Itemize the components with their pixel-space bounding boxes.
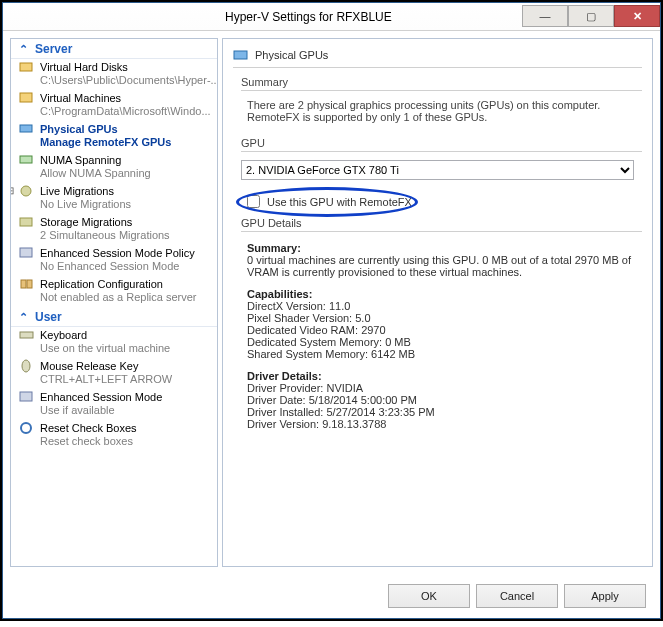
nav-virtual-machines[interactable]: Virtual Machines C:\ProgramData\Microsof… xyxy=(11,90,217,121)
svg-rect-5 xyxy=(20,218,32,226)
group-user[interactable]: ⌃ User xyxy=(11,307,217,327)
nav-mouse-release-key[interactable]: Mouse Release Key CTRL+ALT+LEFT ARROW xyxy=(11,358,217,389)
group-server[interactable]: ⌃ Server xyxy=(11,39,217,59)
nav-enhanced-session-policy[interactable]: Enhanced Session Mode Policy No Enhanced… xyxy=(11,245,217,276)
gpu-panel-icon xyxy=(233,47,249,63)
use-gpu-remotefx-checkbox[interactable] xyxy=(247,195,260,208)
details-panel: Physical GPUs Summary There are 2 physic… xyxy=(222,38,653,567)
svg-rect-3 xyxy=(20,156,32,163)
session-mode-icon xyxy=(19,390,35,404)
svg-rect-9 xyxy=(20,332,33,338)
summary-header: Summary xyxy=(241,76,642,88)
ok-button[interactable]: OK xyxy=(388,584,470,608)
maximize-button[interactable]: ▢ xyxy=(568,5,614,27)
svg-rect-6 xyxy=(20,248,32,257)
mouse-icon xyxy=(19,359,35,373)
svg-point-4 xyxy=(21,186,31,196)
svg-rect-7 xyxy=(21,280,26,288)
nav-reset-check-boxes[interactable]: Reset Check Boxes Reset check boxes xyxy=(11,420,217,451)
dialog-footer: OK Cancel Apply xyxy=(3,574,660,618)
nav-numa-spanning[interactable]: NUMA Spanning Allow NUMA Spanning xyxy=(11,152,217,183)
minimize-button[interactable]: — xyxy=(522,5,568,27)
migration-icon xyxy=(19,184,35,198)
settings-nav: ⌃ Server Virtual Hard Disks C:\Users\Pub… xyxy=(10,38,218,567)
window-title: Hyper-V Settings for RFXBLUE xyxy=(225,10,392,24)
svg-rect-2 xyxy=(20,125,32,132)
gpu-capabilities: Capabilities: DirectX Version: 11.0 Pixe… xyxy=(247,288,634,360)
svg-point-12 xyxy=(21,423,31,433)
nav-enhanced-session-mode[interactable]: Enhanced Session Mode Use if available xyxy=(11,389,217,420)
gpu-details-summary: Summary: 0 virtual machines are currentl… xyxy=(247,242,634,278)
replication-icon xyxy=(19,277,35,291)
summary-text: There are 2 physical graphics processing… xyxy=(247,99,634,123)
hyperv-settings-window: Hyper-V Settings for RFXBLUE — ▢ ✕ ⌃ Ser… xyxy=(2,2,661,619)
nav-live-migrations[interactable]: Live Migrations No Live Migrations xyxy=(11,183,217,214)
gpu-icon xyxy=(19,122,35,136)
svg-rect-11 xyxy=(20,392,32,401)
svg-rect-1 xyxy=(20,93,32,102)
vm-icon xyxy=(19,91,35,105)
collapse-icon: ⌃ xyxy=(17,43,30,56)
gpu-details-header: GPU Details xyxy=(241,217,642,229)
keyboard-icon xyxy=(19,328,35,342)
gpu-driver-details: Driver Details: Driver Provider: NVIDIA … xyxy=(247,370,634,430)
close-button[interactable]: ✕ xyxy=(614,5,660,27)
disk-icon xyxy=(19,60,35,74)
nav-physical-gpus[interactable]: Physical GPUs Manage RemoteFX GPUs xyxy=(11,121,217,152)
nav-replication-config[interactable]: Replication Configuration Not enabled as… xyxy=(11,276,217,307)
svg-rect-13 xyxy=(234,51,247,59)
collapse-icon: ⌃ xyxy=(17,311,30,324)
apply-button[interactable]: Apply xyxy=(564,584,646,608)
gpu-select[interactable]: 2. NVIDIA GeForce GTX 780 Ti xyxy=(241,160,634,180)
titlebar: Hyper-V Settings for RFXBLUE — ▢ ✕ xyxy=(3,3,660,31)
nav-keyboard[interactable]: Keyboard Use on the virtual machine xyxy=(11,327,217,358)
svg-rect-0 xyxy=(20,63,32,71)
gpu-header: GPU xyxy=(241,137,642,149)
use-gpu-remotefx-label[interactable]: Use this GPU with RemoteFX xyxy=(267,196,412,208)
panel-title: Physical GPUs xyxy=(255,49,328,61)
numa-icon xyxy=(19,153,35,167)
nav-storage-migrations[interactable]: Storage Migrations 2 Simultaneous Migrat… xyxy=(11,214,217,245)
nav-virtual-hard-disks[interactable]: Virtual Hard Disks C:\Users\Public\Docum… xyxy=(11,59,217,90)
session-icon xyxy=(19,246,35,260)
svg-point-10 xyxy=(22,360,30,372)
cancel-button[interactable]: Cancel xyxy=(476,584,558,608)
svg-rect-8 xyxy=(27,280,32,288)
storage-icon xyxy=(19,215,35,229)
reset-icon xyxy=(19,421,35,435)
